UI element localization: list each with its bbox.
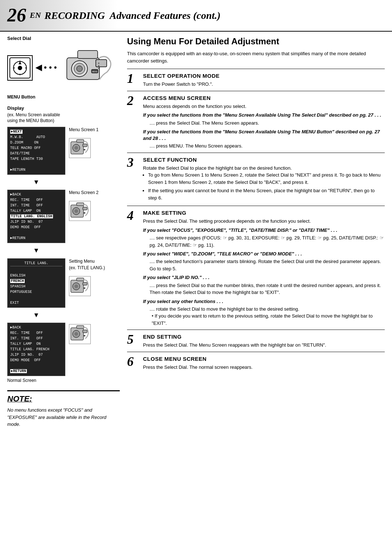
- step-3-num: 3: [127, 156, 140, 169]
- step-4-sub-heading-3: If you select "JLIP ID NO." . . .: [143, 274, 385, 281]
- svg-rect-22: [83, 144, 87, 147]
- step-2-heading: ACCESS MENU SCREEN: [143, 94, 385, 102]
- step-6-heading: CLOSE MENU SCREEN: [143, 355, 385, 363]
- step-4-sub-heading-1: If you select "FOCUS", "EXPOSURE", "TITL…: [143, 227, 385, 234]
- svg-rect-29: [77, 203, 84, 206]
- normal-screen-row: ►BACK REC. TIME OFF INT. TIME OFF TALLY …: [7, 323, 120, 384]
- step-6-num: 6: [127, 355, 140, 368]
- arrow-down-2: ▼: [7, 246, 65, 255]
- setting-menu-label-group: Setting Menu (ex. TITLE LANG.): [69, 258, 105, 296]
- camcorder-thumb-3: [69, 276, 91, 296]
- dial-box: [7, 55, 33, 81]
- header-title: RECORDING Advanced Features (cont.): [45, 8, 221, 23]
- step-1-text: Turn the Power Switch to "PRO.".: [143, 81, 385, 88]
- advanced-features-label: Advanced Features (cont.): [110, 10, 221, 21]
- step-6-content: CLOSE MENU SCREEN Press the Select Dial.…: [143, 355, 385, 371]
- menu-screen-2-row: ►BACK REC. TIME OFF INT. TIME OFF TALLY …: [7, 190, 120, 243]
- camcorder-area: Select Dial: [7, 35, 120, 100]
- page-header: 26 EN RECORDING Advanced Features (cont.…: [0, 0, 392, 32]
- dial-svg: [9, 57, 31, 79]
- step-4-num: 4: [127, 209, 140, 222]
- display-sublabel: (ex. Menu Screen availableusing the MENU…: [7, 112, 120, 124]
- arrow-right-icon: ◀ • • •: [36, 62, 57, 73]
- step-4-sub-heading-4: If you select any other functions . . .: [143, 298, 385, 305]
- arrow-down-1: ▼: [7, 178, 65, 187]
- camcorder-thumb-4: [69, 324, 91, 344]
- svg-point-2: [18, 66, 22, 70]
- step-5-content: END SETTING Press the Select Dial. The M…: [143, 333, 385, 349]
- step-4-sub-bullet-4-text: If you decide you want to return to the …: [152, 313, 373, 326]
- normal-screen-group: ►BACK REC. TIME OFF INT. TIME OFF TALLY …: [7, 323, 65, 384]
- setting-menu-group: TITLE LANG. ENGLISH FRENCH SPANISH PORTU…: [7, 258, 65, 308]
- display-section: Display (ex. Menu Screen availableusing …: [7, 105, 120, 124]
- left-column: Select Dial: [7, 35, 120, 428]
- svg-rect-34: [83, 282, 87, 285]
- svg-point-11: [77, 66, 82, 72]
- step-1-content: SELECT OPERATION MODE Turn the Power Swi…: [143, 72, 385, 88]
- menu-screen-1-group: ►NEXT M.W.B. AUTO D.ZOOM ON TELE MACRO O…: [7, 127, 65, 175]
- step-4-content: MAKE SETTING Press the Select Dial. The …: [143, 209, 385, 327]
- note-section: NOTE: No menu functions except "FOCUS" a…: [7, 390, 120, 428]
- svg-rect-12: [96, 60, 107, 67]
- camcorder-illustration: MENU: [60, 43, 118, 93]
- note-text: No menu functions except "FOCUS" and"EXP…: [7, 407, 120, 428]
- thumb-svg-2: [70, 202, 90, 220]
- svg-rect-42: [83, 335, 85, 336]
- right-column: Using Menu For Detailed Adjustment This …: [127, 35, 385, 428]
- svg-point-21: [74, 146, 78, 150]
- step-4-sub-text-4: .... rotate the Select Dial to move the …: [150, 306, 385, 313]
- svg-rect-41: [77, 326, 84, 328]
- step-2: 2 ACCESS MENU SCREEN Menu access depends…: [127, 91, 385, 153]
- page-number: 26: [7, 2, 26, 29]
- section-title: Using Menu For Detailed Adjustment: [127, 35, 385, 48]
- step-2-italic-bold-1: If you select the functions from the "Me…: [143, 112, 385, 118]
- step-3: 3 SELECT FUNCTION Rotate the Select Dial…: [127, 153, 385, 206]
- page-en-suffix: EN: [30, 10, 41, 21]
- thumb-svg-4: [70, 325, 90, 343]
- menu-screen-1-label-group: Menu Screen 1: [69, 127, 98, 158]
- thumb-svg-1: [70, 139, 90, 157]
- svg-rect-23: [77, 140, 84, 142]
- svg-rect-40: [83, 330, 87, 333]
- step-3-heading: SELECT FUNCTION: [143, 156, 385, 164]
- menu-screen-1-label: Menu Screen 1: [69, 127, 98, 133]
- step-3-text: Rotate the Select Dial to place the high…: [143, 165, 385, 172]
- step-5-heading: END SETTING: [143, 333, 385, 340]
- step-4: 4 MAKE SETTING Press the Select Dial. Th…: [127, 206, 385, 330]
- setting-menu-label: Setting Menu: [69, 258, 105, 265]
- display-label: Display: [7, 105, 120, 112]
- step-4-sub-text-3: .... press the Select Dial so that the n…: [150, 282, 385, 296]
- step-4-text: Press the Select Dial. The setting proce…: [143, 218, 385, 225]
- normal-screen-label: Normal Screen: [7, 378, 36, 384]
- setting-menu-box: TITLE LANG. ENGLISH FRENCH SPANISH PORTU…: [7, 258, 65, 308]
- camcorder-svg: MENU: [60, 43, 118, 90]
- step-5-text: Press the Select Dial. The Menu Screen r…: [143, 342, 385, 349]
- step-4-sub-bullet-4: • If you decide you want to return to th…: [152, 312, 385, 327]
- step-1-num: 1: [127, 72, 140, 85]
- svg-point-27: [74, 209, 78, 213]
- menu-button-label: MENU Button: [7, 94, 35, 100]
- svg-text:MENU: MENU: [92, 70, 98, 73]
- step-2-italic-bold-2: If you select the functions from the "Me…: [143, 129, 385, 142]
- screens-container: ►NEXT M.W.B. AUTO D.ZOOM ON TELE MACRO O…: [7, 127, 120, 384]
- select-dial-label: Select Dial: [7, 35, 31, 42]
- svg-point-14: [98, 62, 99, 64]
- camcorder-thumb-1: [69, 138, 91, 158]
- svg-rect-13: [78, 51, 98, 58]
- arrow-down-3: ▼: [7, 311, 65, 320]
- step-2-num: 2: [127, 94, 140, 107]
- menu-screen-2-label-group: Menu Screen 2: [69, 190, 98, 221]
- menu-screen-1-row: ►NEXT M.W.B. AUTO D.ZOOM ON TELE MACRO O…: [7, 127, 120, 175]
- svg-rect-28: [83, 207, 87, 210]
- step-2-sub-text-1: .... press the Select Dial. The Menu Scr…: [150, 120, 385, 127]
- step-5: 5 END SETTING Press the Select Dial. The…: [127, 330, 385, 352]
- svg-point-39: [74, 332, 78, 336]
- step-2-content: ACCESS MENU SCREEN Menu access depends o…: [143, 94, 385, 150]
- setting-menu-row: TITLE LANG. ENGLISH FRENCH SPANISH PORTU…: [7, 258, 120, 308]
- setting-menu-sublabel: (ex. TITLE LANG.): [69, 265, 105, 271]
- step-3-content: SELECT FUNCTION Rotate the Select Dial t…: [143, 156, 385, 203]
- step-3-bullet-2: If the setting you want cannot be found …: [148, 187, 385, 201]
- menu-screen-2-box: ►BACK REC. TIME OFF INT. TIME OFF TALLY …: [7, 190, 65, 243]
- svg-point-16: [98, 68, 99, 69]
- step-3-bullet-1: To go from Menu Screen 1 to Menu Screen …: [148, 171, 385, 186]
